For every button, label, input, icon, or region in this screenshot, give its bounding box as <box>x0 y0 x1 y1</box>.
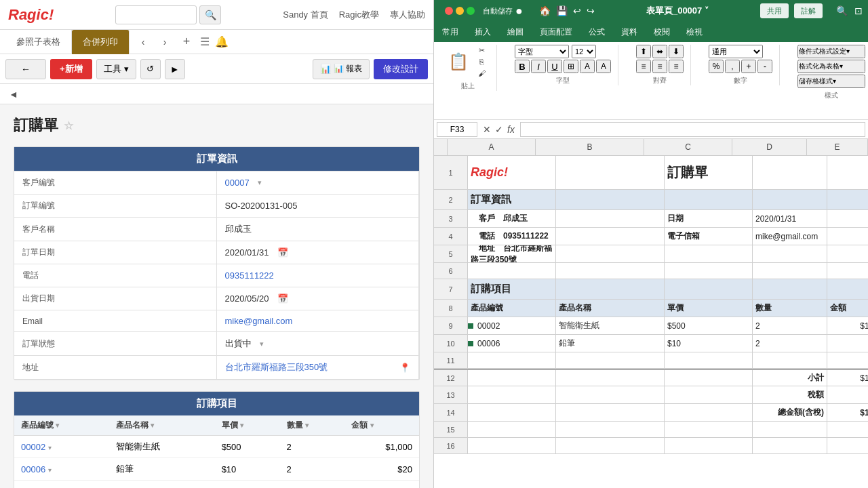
tab-reference[interactable]: 參照子表格 <box>5 30 72 54</box>
cell-a7[interactable]: 訂購項目 <box>468 279 556 299</box>
excel-grid-container[interactable]: 1 Ragic! 訂購單 2 訂單資訊 <box>434 156 868 488</box>
cell-a13[interactable] <box>468 386 556 403</box>
home-icon[interactable]: 🏠 <box>539 5 551 16</box>
refresh-button[interactable]: ↺ <box>140 59 161 79</box>
cell-c10[interactable]: $10 <box>665 335 753 352</box>
report-button[interactable]: 📊 📊 報表 <box>313 59 370 79</box>
formula-x-icon[interactable]: ✕ <box>483 124 491 135</box>
design-button[interactable]: 修改設計 <box>374 59 428 79</box>
new-button[interactable]: +新增 <box>50 59 92 79</box>
cell-style-button[interactable]: 儲存格樣式▾ <box>797 75 865 88</box>
cell-c1[interactable]: 訂購單 <box>665 156 753 189</box>
cell-d1[interactable] <box>753 156 827 189</box>
field-value-address[interactable]: 台北市羅斯福路三段350號 📍 <box>217 356 420 380</box>
tab-list-icon[interactable]: ☰ <box>200 35 210 48</box>
fill-color-button[interactable]: A <box>580 60 595 73</box>
col-header-e[interactable]: E <box>807 139 868 155</box>
formula-input[interactable] <box>520 122 865 137</box>
nav-help[interactable]: 專人協助 <box>390 9 425 21</box>
menu-view[interactable]: 檢視 <box>678 22 711 42</box>
align-middle-button[interactable]: ⬌ <box>652 45 667 58</box>
tab-notification-icon[interactable]: 🔔 <box>215 35 229 48</box>
cell-d8[interactable]: 數量 <box>753 300 827 317</box>
cell-d13[interactable]: 稅額 <box>753 386 827 403</box>
format-painter-icon[interactable]: 🖌 <box>473 68 490 79</box>
cell-e5[interactable] <box>827 245 868 262</box>
cell-d6[interactable] <box>753 263 827 279</box>
cell-c15[interactable] <box>665 422 753 437</box>
paste-icon[interactable]: 📋 <box>446 45 471 78</box>
undo-icon[interactable]: ↩ <box>573 5 581 16</box>
bold-button[interactable]: B <box>515 60 530 73</box>
item-code-1[interactable]: 00002 ▾ <box>14 436 109 458</box>
cell-e10[interactable]: $20 <box>827 335 868 352</box>
cell-d2[interactable] <box>753 190 827 209</box>
cell-b6[interactable] <box>556 263 665 279</box>
cell-a4[interactable]: 電話 0935111222 <box>468 228 556 245</box>
cell-e14[interactable]: $1,071 <box>827 404 868 421</box>
tab-prev-btn[interactable]: ‹ <box>135 34 151 50</box>
cut-icon[interactable]: ✂ <box>473 45 490 56</box>
cell-d12[interactable]: 小計 <box>753 370 827 386</box>
cell-a1[interactable]: Ragic! <box>468 156 556 189</box>
save-icon[interactable]: 💾 <box>556 5 568 16</box>
menu-insert[interactable]: 插入 <box>467 22 499 42</box>
cell-c16[interactable] <box>665 438 753 453</box>
formula-check-icon[interactable]: ✓ <box>495 124 503 135</box>
conditional-format-button[interactable]: 條件式格式設定▾ <box>797 45 865 58</box>
underline-button[interactable]: U <box>547 60 562 73</box>
cell-e3[interactable] <box>827 210 868 227</box>
increase-decimal-button[interactable]: + <box>741 60 756 73</box>
share-button[interactable]: 共用 <box>760 3 789 18</box>
cell-b3[interactable] <box>556 210 665 227</box>
cell-c12[interactable] <box>665 370 753 386</box>
minimize-dot[interactable] <box>456 7 464 15</box>
cell-a3[interactable]: 客戶 邱成玉 <box>468 210 556 227</box>
star-icon[interactable]: ☆ <box>64 119 73 132</box>
tab-next-btn[interactable]: › <box>157 34 173 50</box>
cell-e9[interactable]: $1,000 <box>827 317 868 334</box>
cell-e8[interactable]: 金額 <box>827 300 868 317</box>
align-bottom-button[interactable]: ⬇ <box>669 45 684 58</box>
item-code-2[interactable]: 00006 ▾ <box>14 458 109 481</box>
cell-c11[interactable] <box>665 352 753 368</box>
nav-teaching[interactable]: Ragic教學 <box>339 9 379 21</box>
cell-reference-input[interactable] <box>437 122 477 137</box>
cell-e12[interactable]: $1,020 <box>827 370 868 386</box>
number-format-select[interactable]: 通用 <box>709 45 763 58</box>
cell-c9[interactable]: $500 <box>665 317 753 334</box>
align-top-button[interactable]: ⬆ <box>636 45 651 58</box>
percent-button[interactable]: % <box>709 60 724 73</box>
cell-c13[interactable] <box>665 386 753 403</box>
formula-fx-icon[interactable]: fx <box>507 124 515 135</box>
cell-b10[interactable]: 鉛筆 <box>556 335 665 352</box>
menu-common[interactable]: 常用 <box>434 22 467 42</box>
cell-d4[interactable]: mike@gmail.com <box>753 228 827 245</box>
cell-c7[interactable] <box>665 279 753 299</box>
cell-d14[interactable]: 總金額(含稅) <box>753 404 827 421</box>
italic-button[interactable]: I <box>531 60 546 73</box>
redo-icon[interactable]: ↪ <box>587 5 595 16</box>
sub-back-btn[interactable]: ◄ <box>5 86 22 102</box>
cell-e2[interactable] <box>827 190 868 209</box>
cell-e4[interactable] <box>827 228 868 245</box>
cell-a12[interactable] <box>468 370 556 386</box>
copy-icon[interactable]: ⎘ <box>473 56 490 67</box>
cell-c6[interactable] <box>665 263 753 279</box>
cell-a5[interactable]: 地址 台北市羅斯福路三段350號 <box>468 245 556 262</box>
cell-b12[interactable] <box>556 370 665 386</box>
comment-button[interactable]: 註解 <box>794 3 823 18</box>
cell-b14[interactable] <box>556 404 665 421</box>
cell-b13[interactable] <box>556 386 665 403</box>
tab-merge-print[interactable]: 合併列印 <box>72 30 130 54</box>
cell-a11[interactable] <box>468 352 556 368</box>
field-value-customer-code[interactable]: 00007 ▾ <box>217 171 420 195</box>
cell-b16[interactable] <box>556 438 665 453</box>
cell-e15[interactable] <box>827 422 868 437</box>
cell-a2[interactable]: 訂單資訊 <box>468 190 556 209</box>
cell-a8[interactable]: 產品編號 <box>468 300 556 317</box>
cell-b11[interactable] <box>556 352 665 368</box>
align-center-button[interactable]: ≡ <box>652 60 667 73</box>
field-value-phone[interactable]: 0935111222 <box>217 264 420 287</box>
next-button[interactable]: ► <box>165 59 185 79</box>
